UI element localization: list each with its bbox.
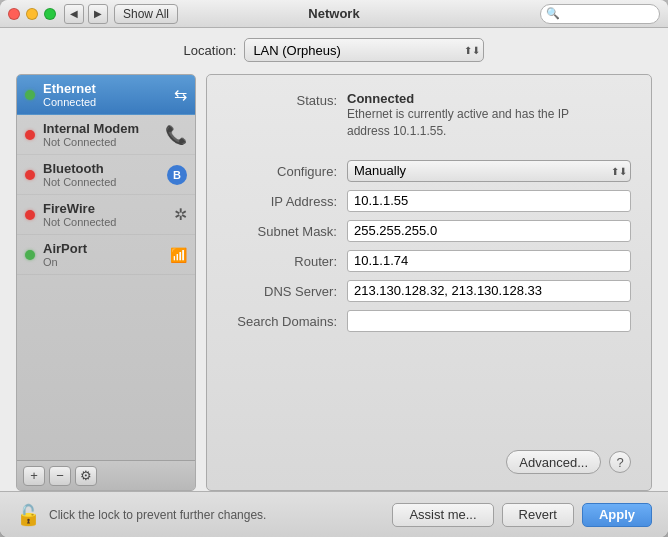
main-panel: Ethernet Connected ⇆ Internal Modem Not … <box>16 74 652 491</box>
router-row: Router: <box>227 250 631 272</box>
back-button[interactable]: ◀ <box>64 4 84 24</box>
network-info-ethernet: Ethernet Connected <box>43 81 174 108</box>
window-footer: 🔓 Click the lock to prevent further chan… <box>0 491 668 537</box>
network-info-firewire: FireWire Not Connected <box>43 201 170 228</box>
status-dot-bluetooth <box>25 170 35 180</box>
status-description: Ethernet is currently active and has the… <box>347 106 587 140</box>
network-status-airport: On <box>43 256 166 268</box>
ethernet-icon: ⇆ <box>174 85 187 104</box>
lock-text: Click the lock to prevent further change… <box>49 508 266 522</box>
network-info-airport: AirPort On <box>43 241 166 268</box>
network-name-airport: AirPort <box>43 241 166 256</box>
sidebar-item-ethernet[interactable]: Ethernet Connected ⇆ <box>17 75 195 115</box>
network-name-bluetooth: Bluetooth <box>43 161 167 176</box>
search-domains-label: Search Domains: <box>227 312 337 329</box>
close-button[interactable] <box>8 8 20 20</box>
minimize-button[interactable] <box>26 8 38 20</box>
dns-server-label: DNS Server: <box>227 282 337 299</box>
router-label: Router: <box>227 252 337 269</box>
status-dot-modem <box>25 130 35 140</box>
location-label: Location: <box>184 43 237 58</box>
lock-area: 🔓 Click the lock to prevent further chan… <box>16 503 266 527</box>
network-info-modem: Internal Modem Not Connected <box>43 121 161 148</box>
advanced-button[interactable]: Advanced... <box>506 450 601 474</box>
status-label: Status: <box>227 91 337 108</box>
window-title: Network <box>308 6 359 21</box>
search-domains-input[interactable] <box>347 310 631 332</box>
search-icon: 🔍 <box>546 7 560 20</box>
status-dot-airport <box>25 250 35 260</box>
right-panel: Status: Connected Ethernet is currently … <box>206 74 652 491</box>
bluetooth-icon: B <box>167 165 187 185</box>
search-domains-row: Search Domains: <box>227 310 631 332</box>
location-select[interactable]: LAN (Orpheus) <box>244 38 484 62</box>
configure-select[interactable]: Manually Using DHCP Using DHCP with manu… <box>347 160 631 182</box>
status-dot-ethernet <box>25 90 35 100</box>
status-section: Status: Connected Ethernet is currently … <box>227 91 631 144</box>
ip-address-label: IP Address: <box>227 192 337 209</box>
apply-button[interactable]: Apply <box>582 503 652 527</box>
add-network-button[interactable]: + <box>23 466 45 486</box>
network-name-modem: Internal Modem <box>43 121 161 136</box>
configure-label: Configure: <box>227 162 337 179</box>
sidebar-item-bluetooth[interactable]: Bluetooth Not Connected B <box>17 155 195 195</box>
sidebar-item-airport[interactable]: AirPort On 📶 <box>17 235 195 275</box>
assist-me-button[interactable]: Assist me... <box>392 503 493 527</box>
status-connected-value: Connected <box>347 91 587 106</box>
network-name-ethernet: Ethernet <box>43 81 174 96</box>
help-button[interactable]: ? <box>609 451 631 473</box>
show-all-button[interactable]: Show All <box>114 4 178 24</box>
sidebar-bottom-bar: + − ⚙ <box>17 460 195 490</box>
status-row: Status: Connected Ethernet is currently … <box>227 91 631 140</box>
zoom-button[interactable] <box>44 8 56 20</box>
main-content: Location: LAN (Orpheus) ⬆⬇ Ethernet Conn… <box>0 28 668 491</box>
configure-row: Configure: Manually Using DHCP Using DHC… <box>227 160 631 182</box>
titlebar: ◀ ▶ Show All Network 🔍 <box>0 0 668 28</box>
lock-icon[interactable]: 🔓 <box>16 503 41 527</box>
traffic-lights <box>8 8 56 20</box>
dns-server-row: DNS Server: <box>227 280 631 302</box>
sidebar-item-firewire[interactable]: FireWire Not Connected ✲ <box>17 195 195 235</box>
form-section: Configure: Manually Using DHCP Using DHC… <box>227 160 631 332</box>
sidebar: Ethernet Connected ⇆ Internal Modem Not … <box>16 74 196 491</box>
right-panel-footer: Advanced... ? <box>227 438 631 474</box>
ip-address-input[interactable] <box>347 190 631 212</box>
forward-button[interactable]: ▶ <box>88 4 108 24</box>
location-row: Location: LAN (Orpheus) ⬆⬇ <box>16 38 652 62</box>
search-wrapper: 🔍 <box>540 4 660 24</box>
firewire-icon: ✲ <box>174 205 187 224</box>
network-status-firewire: Not Connected <box>43 216 170 228</box>
status-value-group: Connected Ethernet is currently active a… <box>347 91 587 140</box>
airport-icon: 📶 <box>170 247 187 263</box>
modem-icon: 📞 <box>165 124 187 146</box>
titlebar-controls: ◀ ▶ Show All <box>64 4 178 24</box>
network-name-firewire: FireWire <box>43 201 170 216</box>
subnet-mask-row: Subnet Mask: <box>227 220 631 242</box>
network-window: ◀ ▶ Show All Network 🔍 Location: LAN (Or… <box>0 0 668 537</box>
dns-server-input[interactable] <box>347 280 631 302</box>
status-dot-firewire <box>25 210 35 220</box>
location-select-wrapper: LAN (Orpheus) ⬆⬇ <box>244 38 484 62</box>
subnet-mask-label: Subnet Mask: <box>227 222 337 239</box>
network-status-modem: Not Connected <box>43 136 161 148</box>
subnet-mask-input[interactable] <box>347 220 631 242</box>
configure-select-wrapper: Manually Using DHCP Using DHCP with manu… <box>347 160 631 182</box>
revert-button[interactable]: Revert <box>502 503 574 527</box>
router-input[interactable] <box>347 250 631 272</box>
sidebar-item-internal-modem[interactable]: Internal Modem Not Connected 📞 <box>17 115 195 155</box>
network-info-bluetooth: Bluetooth Not Connected <box>43 161 167 188</box>
remove-network-button[interactable]: − <box>49 466 71 486</box>
gear-button[interactable]: ⚙ <box>75 466 97 486</box>
ip-address-row: IP Address: <box>227 190 631 212</box>
network-status-bluetooth: Not Connected <box>43 176 167 188</box>
footer-buttons: Assist me... Revert Apply <box>392 503 652 527</box>
network-status-ethernet: Connected <box>43 96 174 108</box>
